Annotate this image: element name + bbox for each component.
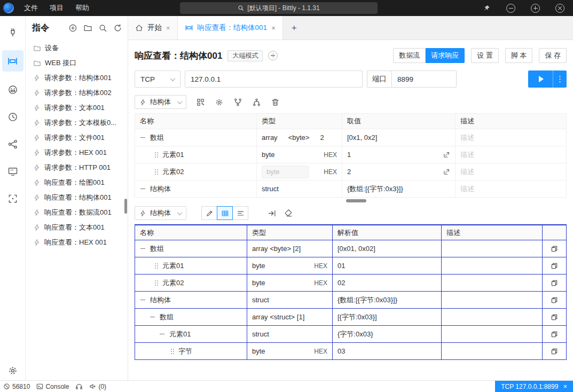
- expand-editor-icon[interactable]: [443, 168, 450, 176]
- table-row[interactable]: 元素02 byteHEX 02: [135, 274, 566, 291]
- add-directive-icon[interactable]: [68, 23, 77, 33]
- directive-panel-icon[interactable]: [2, 50, 23, 72]
- field-type[interactable]: struct: [262, 185, 279, 193]
- project-selector[interactable]: [默认项目] - Bittly - 1.1.31: [180, 2, 378, 14]
- device-connect-icon[interactable]: [4, 23, 22, 41]
- close-tab-icon[interactable]: [271, 24, 276, 32]
- copy-icon[interactable]: [551, 245, 558, 253]
- collapse-toggle-icon[interactable]: [160, 332, 165, 337]
- sidebar-item-directive[interactable]: 请求参数：HTTP 001: [26, 160, 128, 175]
- sidebar-item-directive[interactable]: 响应查看：文本001: [26, 220, 128, 235]
- field-value[interactable]: {数组:[{字节:0x3}]}: [342, 181, 456, 197]
- serial-port-status[interactable]: 56810: [0, 381, 33, 392]
- settings-button[interactable]: 设 置: [471, 48, 499, 63]
- merge-directive-icon[interactable]: [252, 98, 261, 107]
- sidebar-item-directive[interactable]: 响应查看：HEX 001: [26, 235, 128, 250]
- field-desc[interactable]: 描述: [456, 163, 566, 180]
- copy-icon[interactable]: [551, 313, 558, 321]
- text-view-button[interactable]: [232, 206, 248, 220]
- save-button[interactable]: 保 存: [539, 48, 567, 63]
- clear-icon[interactable]: [284, 209, 293, 218]
- field-type-input[interactable]: [262, 166, 309, 178]
- maximize-window-icon[interactable]: [531, 4, 540, 13]
- request-table-hscrollbar[interactable]: [135, 199, 567, 203]
- add-tag-icon[interactable]: [268, 51, 278, 60]
- pin-window-icon[interactable]: [483, 4, 491, 12]
- copy-icon[interactable]: [551, 348, 558, 355]
- functional-test-icon[interactable]: [4, 135, 22, 153]
- field-format[interactable]: HEX: [324, 168, 337, 176]
- close-connection-icon[interactable]: ×: [563, 383, 567, 390]
- table-row[interactable]: 数组 array <struct> [1] [{字节:0x03}]: [135, 308, 566, 325]
- sidebar-item-directive[interactable]: 请求参数：文件001: [26, 130, 128, 145]
- expand-editor-icon[interactable]: [443, 151, 450, 159]
- active-connection-badge[interactable]: TCP 127.0.0.1:8899 ×: [495, 381, 573, 392]
- history-icon[interactable]: [4, 108, 22, 126]
- mute-counter[interactable]: (0): [86, 381, 109, 392]
- sidebar-item-directive[interactable]: 响应查看：数据流001: [26, 205, 128, 220]
- tab-start[interactable]: 开始: [128, 16, 178, 40]
- collapse-toggle-icon[interactable]: [150, 315, 155, 320]
- collapse-toggle-icon[interactable]: [140, 297, 146, 303]
- table-row[interactable]: 字节 byteHEX 03: [135, 342, 566, 359]
- drag-handle-icon[interactable]: [154, 152, 158, 158]
- sidebar-item-directive[interactable]: 请求参数：结构体001: [26, 70, 128, 85]
- collapse-toggle-icon[interactable]: [140, 246, 146, 252]
- audio-toggle[interactable]: [72, 381, 86, 392]
- table-row[interactable]: 结构体 struct {数组:[{字节:0x3}]} 描述: [135, 180, 566, 197]
- table-row[interactable]: 元素02 HEX 2 描述: [135, 163, 566, 180]
- request-settings-gear-icon[interactable]: [215, 98, 224, 107]
- search-directive-icon[interactable]: [98, 23, 107, 33]
- collapse-toggle-icon[interactable]: [140, 135, 146, 140]
- table-row[interactable]: 数组 array <byte> [2] [0x01, 0x02]: [135, 240, 566, 257]
- copy-icon[interactable]: [551, 262, 558, 270]
- address-input[interactable]: [185, 70, 363, 88]
- table-row[interactable]: 结构体 struct {数组:[{字节:0x03}]}: [135, 291, 566, 308]
- scrollbar-thumb[interactable]: [346, 199, 366, 202]
- field-desc[interactable]: 描述: [456, 129, 566, 146]
- script-button[interactable]: 脚 本: [505, 48, 533, 63]
- table-view-button[interactable]: [217, 206, 233, 220]
- field-value[interactable]: 2: [342, 163, 456, 180]
- menu-file[interactable]: 文件: [18, 0, 44, 16]
- sidebar-item-directive[interactable]: 响应查看：绘图001: [26, 175, 128, 190]
- datastream-mode-button[interactable]: 数据流: [393, 48, 426, 63]
- close-window-icon[interactable]: [555, 4, 564, 13]
- delete-icon[interactable]: [271, 98, 280, 107]
- sidebar-item-directive[interactable]: 响应查看：结构体001: [26, 190, 128, 205]
- close-tab-icon[interactable]: [166, 24, 170, 32]
- add-folder-icon[interactable]: [83, 23, 92, 33]
- endian-mode-badge[interactable]: 大端模式: [227, 50, 263, 61]
- app-logo-icon[interactable]: [3, 3, 14, 13]
- table-row[interactable]: 元素01 byte HEX 1 描述: [135, 146, 566, 163]
- field-subtype[interactable]: <byte>: [288, 134, 310, 142]
- fork-directive-icon[interactable]: [233, 98, 242, 107]
- table-row[interactable]: 元素01 struct {字节:0x03}: [135, 325, 566, 342]
- port-input[interactable]: [391, 70, 457, 88]
- settings-gear-icon[interactable]: [0, 365, 26, 376]
- sidebar-scrollbar[interactable]: [124, 199, 127, 214]
- response-format-select[interactable]: 结构体: [135, 206, 186, 220]
- scroll-to-end-icon[interactable]: [268, 209, 277, 218]
- console-toggle[interactable]: Console: [33, 381, 72, 392]
- new-tab-button[interactable]: [283, 16, 305, 40]
- field-type[interactable]: byte: [262, 151, 275, 159]
- collapse-toggle-icon[interactable]: [140, 186, 146, 192]
- menu-project[interactable]: 项目: [44, 0, 69, 16]
- request-format-select[interactable]: 结构体: [135, 95, 186, 109]
- field-type[interactable]: array: [262, 134, 278, 142]
- field-count[interactable]: 2: [320, 134, 324, 142]
- example-data-icon[interactable]: [196, 98, 205, 107]
- scan-icon[interactable]: [4, 190, 22, 208]
- sidebar-item-directive[interactable]: 请求参数：文本模板0...: [26, 115, 128, 130]
- field-desc[interactable]: 描述: [456, 181, 566, 197]
- send-options-button[interactable]: [553, 70, 567, 88]
- field-format[interactable]: HEX: [324, 151, 337, 159]
- table-row[interactable]: 元素01 byteHEX 01: [135, 257, 566, 274]
- field-value[interactable]: [0x1, 0x2]: [342, 129, 456, 146]
- table-row[interactable]: 数组 array <byte> 2 [0x1, 0x2] 描述: [135, 129, 566, 146]
- field-desc[interactable]: 描述: [456, 146, 566, 163]
- copy-icon[interactable]: [551, 279, 558, 287]
- sidebar-item-device-folder[interactable]: 设备: [26, 41, 128, 56]
- mock-icon[interactable]: [4, 81, 22, 99]
